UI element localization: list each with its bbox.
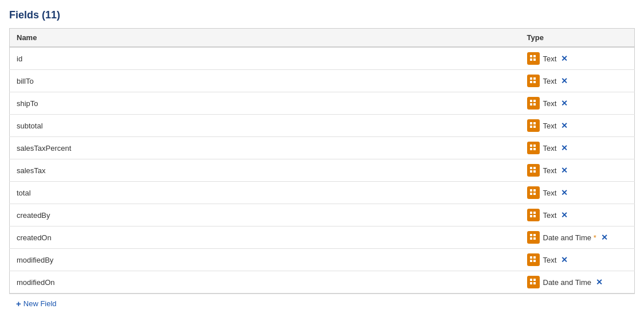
remove-field-button[interactable]: ✕ — [561, 76, 568, 85]
svg-rect-21 — [533, 167, 536, 169]
svg-rect-40 — [530, 279, 532, 281]
field-type-cell: Text✕ — [520, 159, 635, 182]
type-icon — [527, 119, 540, 132]
field-name: createdBy — [10, 204, 520, 226]
type-icon — [527, 231, 540, 244]
remove-field-button[interactable]: ✕ — [561, 143, 568, 153]
remove-field-button[interactable]: ✕ — [596, 278, 603, 287]
field-name: total — [10, 182, 520, 204]
plus-icon: + — [16, 299, 21, 308]
type-label: Text — [543, 256, 557, 264]
type-icon — [527, 276, 540, 288]
svg-rect-9 — [533, 100, 536, 102]
field-type-cell: Text✕ — [520, 182, 635, 204]
svg-rect-31 — [533, 215, 536, 217]
fields-table: Name Type idText✕billToText✕shipToText✕s… — [9, 28, 635, 294]
field-name: billTo — [10, 70, 520, 92]
field-type-cell: Text✕ — [520, 70, 635, 92]
field-type-cell: Text✕ — [520, 47, 635, 70]
svg-rect-2 — [530, 58, 532, 61]
field-name: modifiedOn — [10, 271, 520, 294]
column-header-type: Type — [520, 29, 635, 48]
svg-rect-18 — [530, 148, 532, 150]
field-name: subtotal — [10, 115, 520, 137]
type-icon — [527, 75, 540, 87]
svg-rect-25 — [533, 189, 536, 192]
svg-rect-26 — [530, 193, 532, 195]
svg-rect-15 — [533, 126, 536, 128]
field-name: salesTaxPercent — [10, 137, 520, 159]
type-label: Text — [543, 189, 557, 197]
svg-rect-14 — [530, 126, 532, 128]
field-type-cell: Text✕ — [520, 115, 635, 137]
field-name: shipTo — [10, 92, 520, 115]
remove-field-button[interactable]: ✕ — [561, 210, 568, 220]
type-label: Text — [543, 54, 557, 63]
remove-field-button[interactable]: ✕ — [561, 121, 568, 130]
svg-rect-37 — [533, 256, 536, 259]
type-label: Text — [543, 211, 557, 220]
required-star: * — [594, 233, 596, 242]
svg-rect-20 — [530, 167, 532, 169]
table-row: billToText✕ — [10, 70, 635, 92]
svg-rect-42 — [530, 282, 532, 284]
field-name: salesTax — [10, 159, 520, 182]
svg-rect-10 — [530, 103, 532, 106]
type-icon — [527, 142, 540, 154]
svg-rect-8 — [530, 100, 532, 102]
type-icon — [527, 164, 540, 177]
remove-field-button[interactable]: ✕ — [601, 233, 608, 242]
field-name: createdOn — [10, 226, 520, 249]
type-label: Date and Time — [543, 278, 592, 287]
type-icon — [527, 97, 540, 110]
svg-rect-5 — [533, 77, 536, 80]
svg-rect-35 — [533, 237, 536, 240]
field-name: modifiedBy — [10, 249, 520, 271]
svg-rect-38 — [530, 260, 532, 262]
svg-rect-1 — [533, 55, 536, 57]
type-icon — [527, 52, 540, 65]
remove-field-button[interactable]: ✕ — [561, 255, 568, 264]
field-type-cell: Date and Time✕ — [520, 271, 635, 294]
table-row: totalText✕ — [10, 182, 635, 204]
svg-rect-7 — [533, 81, 536, 83]
field-type-cell: Date and Time *✕ — [520, 226, 635, 249]
svg-rect-28 — [530, 212, 532, 214]
table-row: createdOnDate and Time *✕ — [10, 226, 635, 249]
type-label: Date and Time * — [543, 233, 596, 242]
table-row: subtotalText✕ — [10, 115, 635, 137]
remove-field-button[interactable]: ✕ — [561, 166, 568, 175]
svg-rect-22 — [530, 170, 532, 173]
svg-rect-4 — [530, 77, 532, 80]
type-icon — [527, 186, 540, 199]
svg-rect-3 — [533, 58, 536, 61]
svg-rect-39 — [533, 260, 536, 262]
svg-rect-6 — [530, 81, 532, 83]
svg-rect-13 — [533, 122, 536, 124]
field-type-cell: Text✕ — [520, 137, 635, 159]
table-row: salesTaxPercentText✕ — [10, 137, 635, 159]
type-icon — [527, 209, 540, 221]
svg-rect-19 — [533, 148, 536, 150]
field-type-cell: Text✕ — [520, 92, 635, 115]
column-header-name: Name — [10, 29, 520, 48]
new-field-row: + New Field — [9, 294, 635, 313]
field-type-cell: Text✕ — [520, 204, 635, 226]
new-field-link[interactable]: + New Field — [16, 299, 57, 308]
table-row: createdByText✕ — [10, 204, 635, 226]
svg-rect-43 — [533, 282, 536, 284]
svg-rect-0 — [530, 55, 532, 57]
remove-field-button[interactable]: ✕ — [561, 54, 568, 63]
table-row: idText✕ — [10, 47, 635, 70]
svg-rect-12 — [530, 122, 532, 124]
new-field-label: New Field — [23, 299, 57, 308]
svg-rect-11 — [533, 103, 536, 106]
remove-field-button[interactable]: ✕ — [561, 99, 568, 108]
remove-field-button[interactable]: ✕ — [561, 188, 568, 197]
svg-rect-27 — [533, 193, 536, 195]
svg-rect-23 — [533, 170, 536, 173]
table-row: modifiedByText✕ — [10, 249, 635, 271]
type-label: Text — [543, 77, 557, 85]
svg-rect-36 — [530, 256, 532, 259]
type-label: Text — [543, 144, 557, 153]
